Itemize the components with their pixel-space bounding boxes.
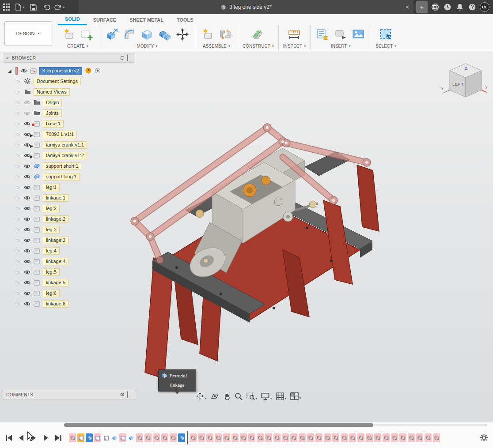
- timeline-settings-button[interactable]: [480, 434, 488, 442]
- visibility-eye-icon[interactable]: [23, 270, 30, 275]
- app-grid-button[interactable]: [0, 0, 13, 14]
- timeline-feature-joint-icon[interactable]: [206, 433, 213, 442]
- visibility-eye-icon[interactable]: [23, 217, 30, 222]
- browser-row[interactable]: ▷Origin: [3, 97, 135, 108]
- timeline-feature-joint-icon[interactable]: [383, 433, 390, 442]
- browser-row[interactable]: ▷leg:4: [3, 245, 135, 256]
- tab-solid[interactable]: SOLID: [58, 14, 87, 25]
- expand-arrow-icon[interactable]: ▷: [17, 132, 21, 136]
- browser-row[interactable]: ▷Named Views: [3, 87, 135, 97]
- timeline-feature-joint-icon[interactable]: [161, 433, 168, 442]
- timeline-feature-joint-icon[interactable]: [391, 433, 398, 442]
- expand-arrow-icon[interactable]: ▷: [17, 111, 21, 115]
- timeline-feature-joint-icon[interactable]: [366, 433, 373, 442]
- browser-row[interactable]: ▷Joints: [3, 108, 135, 118]
- look-at-button[interactable]: [211, 392, 219, 400]
- avatar[interactable]: CL: [480, 2, 489, 12]
- panel-handle-icon[interactable]: ▏: [127, 55, 132, 61]
- viewport-canvas[interactable]: LEFT Z X Y « BROWSER ⊖ ▏ ◢: [0, 51, 493, 422]
- browser-item-label[interactable]: support long:1: [43, 173, 80, 181]
- browser-item-label[interactable]: linkage:4: [43, 258, 68, 265]
- visibility-eye-icon[interactable]: [23, 291, 30, 296]
- insert-svg-button[interactable]: [315, 26, 331, 43]
- browser-root-row[interactable]: ◢ 3 leg one side v2: [3, 65, 135, 76]
- timeline-position-marker[interactable]: [187, 431, 188, 444]
- visibility-eye-icon[interactable]: [23, 111, 30, 116]
- timeline-feature-joint-icon[interactable]: [273, 433, 281, 442]
- browser-row[interactable]: ▷linkage:3: [3, 235, 135, 245]
- timeline-feature-sketch-icon[interactable]: [94, 433, 101, 442]
- timeline-feature-joint-icon[interactable]: [425, 433, 432, 442]
- joint-button[interactable]: [217, 26, 233, 43]
- visibility-eye-icon[interactable]: [23, 174, 30, 179]
- notifications-button[interactable]: [455, 2, 465, 12]
- visibility-eye-icon[interactable]: [23, 301, 30, 306]
- timeline-feature-joint-icon[interactable]: [307, 433, 314, 442]
- timeline-feature-joint-icon[interactable]: [136, 433, 143, 442]
- browser-item-label[interactable]: leg:6: [43, 290, 60, 297]
- timeline-feature-joint-icon[interactable]: [215, 433, 222, 442]
- expand-arrow-icon[interactable]: ▷: [17, 227, 21, 232]
- select-button[interactable]: [378, 26, 394, 43]
- visibility-eye-icon[interactable]: [23, 227, 30, 232]
- browser-row[interactable]: ▷linkage:1: [3, 192, 135, 203]
- redo-button[interactable]: ▾: [53, 0, 66, 14]
- timeline-feature-joint-icon[interactable]: [257, 433, 264, 442]
- browser-item-label[interactable]: tamiya crank v1:1: [43, 141, 87, 149]
- help-button[interactable]: [467, 2, 477, 12]
- minimize-panel-icon[interactable]: ⊖: [120, 55, 125, 61]
- insert-canvas-button[interactable]: [350, 26, 366, 43]
- expand-arrow-icon[interactable]: ▷: [17, 206, 21, 211]
- timeline-feature-joint-icon[interactable]: [231, 433, 239, 442]
- timeline-feature-joint-icon[interactable]: [349, 433, 356, 442]
- visibility-eye-icon[interactable]: [23, 164, 30, 169]
- browser-row[interactable]: ▷tamiya crank v1:1: [3, 139, 135, 150]
- new-tab-button[interactable]: +: [416, 1, 428, 13]
- fillet-button[interactable]: [121, 26, 137, 43]
- browser-row[interactable]: ▷70093 L v1:1: [3, 129, 135, 139]
- timeline-feature-sketch-icon[interactable]: [119, 433, 126, 442]
- press-pull-button[interactable]: [104, 26, 120, 43]
- expand-arrow-icon[interactable]: ▷: [17, 100, 21, 105]
- expand-arrow-icon[interactable]: ▷: [17, 270, 21, 274]
- display-settings-button[interactable]: ▾: [261, 392, 272, 400]
- expand-arrow-icon[interactable]: ▷: [17, 301, 21, 306]
- expand-arrow-icon[interactable]: ▷: [17, 174, 21, 179]
- expand-arrow-icon[interactable]: ▷: [17, 217, 21, 221]
- timeline-feature-joint-icon[interactable]: [357, 433, 364, 442]
- measure-button[interactable]: [286, 26, 302, 43]
- expand-arrow-icon[interactable]: ▷: [17, 280, 21, 285]
- expand-arrow-icon[interactable]: ▷: [17, 248, 21, 253]
- browser-item-label[interactable]: leg:4: [43, 247, 60, 255]
- 3d-model[interactable]: [106, 115, 398, 384]
- timeline-feature-extrude-icon[interactable]: [128, 433, 135, 442]
- expand-arrow-icon[interactable]: ▷: [17, 153, 21, 158]
- workspace-switcher[interactable]: DESIGN ▾: [4, 21, 51, 45]
- expand-arrow-icon[interactable]: ▷: [17, 238, 21, 242]
- timeline-feature-joint-icon[interactable]: [198, 433, 205, 442]
- expand-arrow-icon[interactable]: ▷: [17, 79, 21, 83]
- visibility-eye-icon[interactable]: [23, 206, 30, 211]
- combine-button[interactable]: [157, 26, 173, 43]
- orbit-button[interactable]: ▾: [196, 392, 207, 400]
- browser-item-label[interactable]: linkage:2: [43, 215, 68, 223]
- visibility-eye-icon[interactable]: [23, 185, 30, 190]
- timeline-feature-joint-icon[interactable]: [399, 433, 406, 442]
- group-assemble-label[interactable]: ASSEMBLE: [203, 44, 227, 49]
- browser-item-label[interactable]: leg:1: [43, 184, 60, 191]
- browser-item-label[interactable]: support short:1: [43, 162, 81, 170]
- browser-row[interactable]: ▷support short:1: [3, 161, 135, 171]
- browser-row[interactable]: ▷leg:5: [3, 267, 135, 277]
- document-tab[interactable]: 3 leg one side v2* ×: [79, 0, 413, 14]
- timeline-feature-joint-icon[interactable]: [248, 433, 255, 442]
- expand-arrow-icon[interactable]: ▷: [17, 143, 21, 147]
- close-tab-icon[interactable]: ×: [406, 4, 409, 11]
- timeline-feature-joint-icon[interactable]: [374, 433, 381, 442]
- collapse-panel-icon[interactable]: «: [6, 56, 9, 60]
- group-modify-label[interactable]: MODIFY: [137, 44, 154, 49]
- expand-arrow-icon[interactable]: ▷: [17, 196, 21, 200]
- timeline-feature-sketch-icon[interactable]: [77, 433, 84, 442]
- visibility-eye-icon[interactable]: [23, 280, 30, 285]
- group-insert-label[interactable]: INSERT: [331, 44, 347, 49]
- tab-tools[interactable]: TOOLS: [170, 14, 200, 25]
